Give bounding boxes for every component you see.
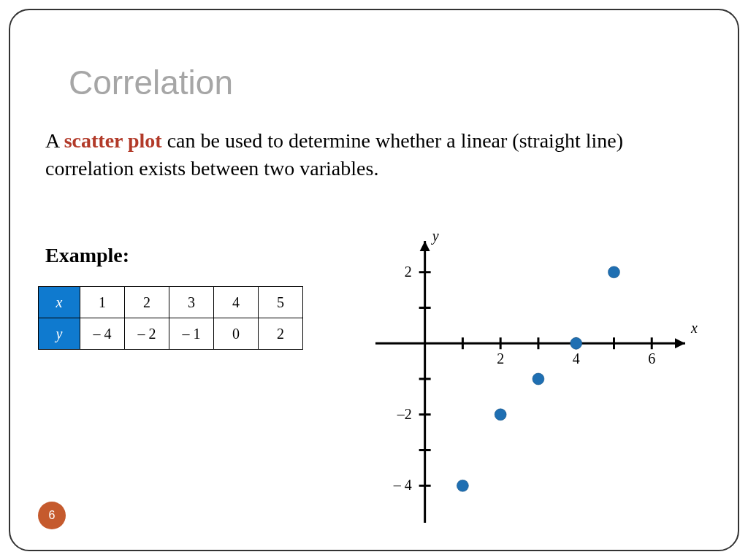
x-cell: 4: [214, 287, 259, 318]
data-table: x 1 2 3 4 5 y – 4 – 2 – 1 0 2: [38, 286, 303, 350]
example-label: Example:: [45, 244, 129, 267]
svg-text:2: 2: [497, 350, 504, 367]
page-number: 6: [49, 509, 56, 522]
svg-point-25: [495, 409, 506, 421]
svg-point-27: [570, 337, 582, 349]
y-cell: – 1: [169, 318, 214, 350]
svg-point-24: [457, 480, 468, 491]
scatter-chart: 246– 4–22xy: [346, 222, 711, 536]
y-cell: 0: [214, 318, 259, 350]
body-keyword: scatter plot: [64, 129, 162, 152]
svg-point-26: [533, 373, 544, 385]
svg-marker-3: [420, 241, 430, 251]
y-cell: 2: [259, 318, 303, 350]
body-text: A scatter plot can be used to determine …: [45, 127, 688, 183]
svg-text:– 4: – 4: [393, 477, 412, 493]
y-header: y: [39, 318, 80, 350]
page-number-badge: 6: [38, 502, 66, 529]
x-cell: 1: [80, 287, 125, 318]
svg-text:y: y: [431, 228, 439, 245]
y-cell: – 4: [80, 318, 125, 350]
slide-title: Correlation: [69, 63, 233, 102]
x-cell: 3: [169, 287, 214, 318]
svg-marker-1: [675, 338, 685, 348]
svg-text:4: 4: [573, 350, 580, 367]
svg-text:–2: –2: [397, 406, 412, 422]
x-header: x: [39, 287, 80, 318]
svg-point-28: [608, 266, 619, 278]
y-cell: – 2: [125, 318, 169, 350]
slide-frame: Correlation A scatter plot can be used t…: [9, 9, 739, 551]
x-cell: 2: [125, 287, 169, 318]
x-cell: 5: [259, 287, 303, 318]
svg-text:2: 2: [405, 264, 412, 280]
table-row: y – 4 – 2 – 1 0 2: [39, 318, 303, 350]
body-pre: A: [45, 129, 64, 152]
table-row: x 1 2 3 4 5: [39, 287, 303, 318]
svg-text:6: 6: [648, 350, 655, 367]
svg-text:x: x: [690, 320, 698, 336]
